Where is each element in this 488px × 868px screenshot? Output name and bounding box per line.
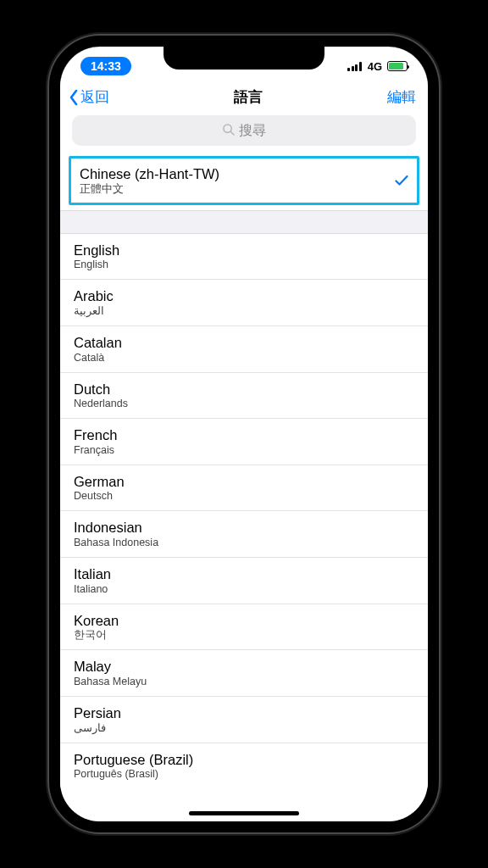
phone-frame: 14:33 4G 返回 語言 編輯	[49, 36, 439, 832]
list-item[interactable]: Portuguese (Brazil) Português (Brasil)	[60, 743, 428, 789]
chevron-left-icon	[69, 89, 79, 106]
battery-icon	[387, 61, 408, 71]
list-item[interactable]: Persian فارسی	[60, 697, 428, 743]
search-input[interactable]: 搜尋	[72, 115, 416, 146]
notch	[164, 46, 324, 70]
selected-language-native: 正體中文	[80, 183, 219, 196]
content-area: Chinese (zh-Hant-TW) 正體中文 English Englis…	[60, 154, 428, 821]
language-native: العربية	[74, 305, 414, 318]
list-item[interactable]: Indonesian Bahasa Indonesia	[60, 511, 428, 558]
language-name: Catalan	[74, 334, 414, 352]
list-item[interactable]: Korean 한국어	[60, 604, 428, 651]
section-gap	[60, 210, 428, 234]
home-indicator[interactable]	[189, 811, 299, 815]
language-name: English	[74, 242, 414, 259]
language-name: Portuguese (Brazil)	[74, 751, 414, 769]
language-native: Nederlands	[74, 398, 414, 410]
language-native: Italiano	[74, 583, 414, 596]
language-native: English	[74, 259, 414, 271]
list-item[interactable]: English English	[60, 234, 428, 281]
list-item[interactable]: Arabic العربية	[60, 280, 428, 326]
search-placeholder: 搜尋	[239, 122, 266, 140]
checkmark-icon	[395, 175, 408, 186]
language-name: Malay	[74, 658, 414, 676]
nav-bar: 返回 語言 編輯	[60, 81, 428, 115]
language-native: Português (Brasil)	[74, 768, 414, 781]
search-icon	[222, 123, 235, 139]
language-native: 한국어	[74, 629, 414, 642]
page-title: 語言	[234, 87, 263, 107]
back-label: 返回	[80, 87, 109, 107]
language-native: Deutsch	[74, 490, 414, 503]
language-name: Arabic	[74, 287, 414, 305]
language-native: Français	[74, 444, 414, 457]
screen: 14:33 4G 返回 語言 編輯	[60, 47, 428, 821]
list-item[interactable]: French Français	[60, 419, 428, 465]
back-button[interactable]: 返回	[69, 87, 109, 107]
language-name: Dutch	[74, 381, 414, 398]
language-name: Korean	[74, 612, 414, 630]
list-item[interactable]: Dutch Nederlands	[60, 373, 428, 420]
selected-language-row[interactable]: Chinese (zh-Hant-TW) 正體中文	[69, 156, 419, 205]
language-name: German	[74, 473, 414, 491]
language-list: English English Arabic العربية Catalan C…	[60, 234, 428, 789]
language-native: Bahasa Melayu	[74, 676, 414, 688]
edit-button[interactable]: 編輯	[387, 87, 416, 107]
svg-line-1	[230, 131, 234, 135]
list-item[interactable]: Italian Italiano	[60, 558, 428, 604]
list-item[interactable]: Malay Bahasa Melayu	[60, 650, 428, 697]
selected-language-name: Chinese (zh-Hant-TW)	[80, 165, 219, 183]
language-native: Bahasa Indonesia	[74, 537, 414, 549]
list-item[interactable]: German Deutsch	[60, 465, 428, 512]
signal-icon	[347, 62, 362, 71]
status-time: 14:33	[80, 57, 131, 75]
language-native: Català	[74, 352, 414, 364]
status-right: 4G	[347, 60, 408, 73]
language-name: Indonesian	[74, 519, 414, 537]
language-name: Italian	[74, 565, 414, 583]
language-name: Persian	[74, 704, 414, 722]
language-native: فارسی	[74, 722, 414, 735]
network-label: 4G	[368, 60, 382, 73]
list-item[interactable]: Catalan Català	[60, 326, 428, 373]
language-name: French	[74, 426, 414, 444]
search-container: 搜尋	[60, 115, 428, 154]
